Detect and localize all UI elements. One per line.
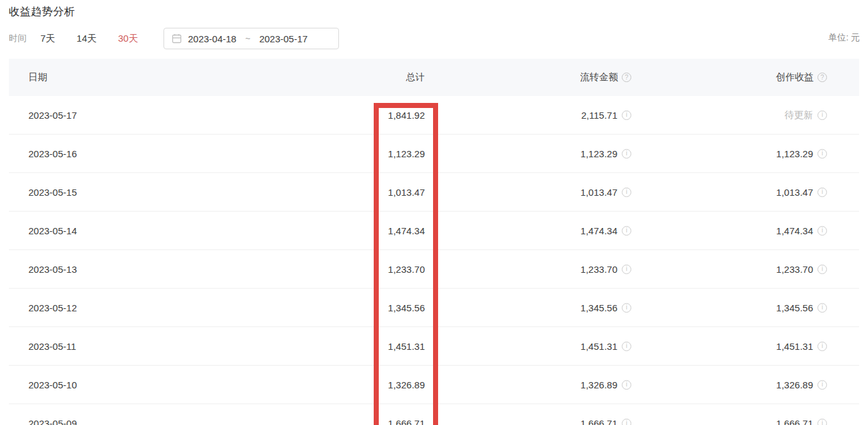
cell-date: 2023-05-17 — [9, 110, 192, 121]
info-circle-icon[interactable] — [817, 303, 827, 313]
info-circle-icon[interactable] — [622, 188, 631, 197]
column-header-creation: 创作收益 — [631, 71, 827, 83]
info-circle-icon[interactable] — [622, 226, 631, 236]
info-circle-icon[interactable] — [817, 342, 827, 351]
cell-transfer: 2,115.71 — [425, 110, 631, 121]
cell-total: 1,233.70 — [192, 264, 425, 275]
cell-transfer: 1,474.34 — [425, 225, 631, 236]
info-circle-icon[interactable] — [817, 265, 827, 274]
info-circle-icon[interactable] — [622, 265, 631, 274]
total-value: 1,841.92 — [388, 110, 425, 121]
total-value: 1,451.31 — [388, 341, 425, 352]
date-value: 2023-05-13 — [28, 264, 77, 275]
info-circle-icon[interactable] — [622, 380, 631, 390]
creation-value: 1,233.70 — [776, 264, 813, 275]
column-header-label: 创作收益 — [776, 71, 814, 83]
table-row: 2023-05-10 1,326.89 1,326.89 1,326.89 — [9, 366, 859, 404]
table-row: 2023-05-12 1,345.56 1,345.56 1,345.56 — [9, 289, 859, 327]
info-circle-icon[interactable] — [622, 111, 631, 120]
cell-date: 2023-05-14 — [9, 225, 192, 236]
creation-value: 1,666.71 — [776, 418, 813, 425]
info-circle-icon[interactable] — [817, 419, 827, 425]
total-value: 1,233.70 — [388, 264, 425, 275]
column-header-label: 日期 — [28, 71, 47, 83]
date-value: 2023-05-10 — [28, 380, 77, 390]
creation-value: 1,013.47 — [776, 187, 813, 198]
creation-value: 1,474.34 — [776, 225, 813, 236]
transfer-value: 1,451.31 — [581, 341, 617, 352]
cell-transfer: 1,345.56 — [425, 302, 631, 313]
total-value: 1,013.47 — [388, 187, 425, 198]
info-circle-icon[interactable] — [622, 342, 631, 351]
date-range-start: 2023-04-18 — [188, 33, 237, 44]
date-range-end: 2023-05-17 — [259, 33, 308, 44]
cell-total: 1,123.29 — [192, 148, 425, 159]
cell-creation: 1,666.71 — [631, 418, 827, 425]
info-circle-icon[interactable] — [817, 188, 827, 197]
cell-creation: 1,233.70 — [631, 264, 827, 275]
date-value: 2023-05-11 — [28, 341, 76, 352]
cell-total: 1,451.31 — [192, 341, 425, 352]
table-row: 2023-05-17 1,841.92 2,115.71 待更新 — [9, 96, 859, 135]
date-range-separator: ~ — [242, 33, 253, 44]
creation-value: 1,451.31 — [776, 341, 813, 352]
time-option-7d[interactable]: 7天 — [40, 33, 55, 45]
cell-date: 2023-05-09 — [9, 418, 192, 425]
total-value: 1,326.89 — [388, 380, 425, 390]
cell-date: 2023-05-13 — [9, 264, 192, 275]
transfer-value: 1,013.47 — [581, 187, 617, 198]
creation-value: 待更新 — [785, 109, 813, 121]
creation-value: 1,326.89 — [776, 380, 813, 390]
cell-total: 1,474.34 — [192, 225, 425, 236]
transfer-value: 1,666.71 — [581, 418, 617, 425]
question-circle-icon[interactable] — [817, 73, 827, 82]
table-body: 2023-05-17 1,841.92 2,115.71 待更新 2023-05… — [9, 96, 859, 425]
table-header-row: 日期 总计 流转金额 创作收益 — [9, 59, 859, 96]
cell-total: 1,326.89 — [192, 380, 425, 390]
info-circle-icon[interactable] — [817, 149, 827, 159]
page-title: 收益趋势分析 — [9, 4, 75, 19]
date-value: 2023-05-15 — [28, 187, 77, 198]
creation-value: 1,345.56 — [776, 302, 813, 313]
date-value: 2023-05-17 — [28, 110, 77, 121]
table-row: 2023-05-14 1,474.34 1,474.34 1,474.34 — [9, 212, 859, 250]
info-circle-icon[interactable] — [817, 111, 827, 120]
cell-date: 2023-05-10 — [9, 380, 192, 390]
cell-total: 1,841.92 — [192, 110, 425, 121]
cell-transfer: 1,123.29 — [425, 148, 631, 159]
table-row: 2023-05-16 1,123.29 1,123.29 1,123.29 — [9, 135, 859, 173]
info-circle-icon[interactable] — [622, 149, 631, 159]
cell-total: 1,345.56 — [192, 302, 425, 313]
cell-date: 2023-05-12 — [9, 302, 192, 313]
time-option-14d[interactable]: 14天 — [76, 33, 97, 45]
column-header-total: 总计 — [192, 71, 425, 83]
cell-transfer: 1,666.71 — [425, 418, 631, 425]
info-circle-icon[interactable] — [817, 226, 827, 236]
total-value: 1,474.34 — [388, 225, 425, 236]
cell-transfer: 1,233.70 — [425, 264, 631, 275]
cell-creation: 1,326.89 — [631, 380, 827, 390]
table-row: 2023-05-15 1,013.47 1,013.47 1,013.47 — [9, 173, 859, 212]
info-circle-icon[interactable] — [622, 303, 631, 313]
table-row: 2023-05-13 1,233.70 1,233.70 1,233.70 — [9, 250, 859, 289]
transfer-value: 2,115.71 — [581, 110, 617, 121]
time-filter-bar: 时间 7天 14天 30天 2023-04-18 ~ 2023-05-17 — [9, 28, 339, 49]
info-circle-icon[interactable] — [817, 380, 827, 390]
date-value: 2023-05-09 — [28, 418, 77, 425]
cell-total: 1,013.47 — [192, 187, 425, 198]
creation-value: 1,123.29 — [776, 148, 813, 159]
column-header-transfer: 流转金额 — [425, 71, 631, 83]
transfer-value: 1,345.56 — [581, 302, 617, 313]
revenue-table: 日期 总计 流转金额 创作收益 2023-05-17 1,841.92 2,11… — [9, 59, 859, 425]
table-row: 2023-05-11 1,451.31 1,451.31 1,451.31 — [9, 327, 859, 366]
cell-total: 1,666.71 — [192, 418, 425, 425]
info-circle-icon[interactable] — [622, 419, 631, 425]
date-range-picker[interactable]: 2023-04-18 ~ 2023-05-17 — [163, 28, 339, 49]
total-value: 1,123.29 — [388, 148, 425, 159]
transfer-value: 1,233.70 — [581, 264, 617, 275]
question-circle-icon[interactable] — [622, 73, 631, 82]
cell-creation: 待更新 — [631, 109, 827, 121]
time-option-30d[interactable]: 30天 — [118, 33, 138, 45]
transfer-value: 1,474.34 — [581, 225, 617, 236]
cell-creation: 1,123.29 — [631, 148, 827, 159]
